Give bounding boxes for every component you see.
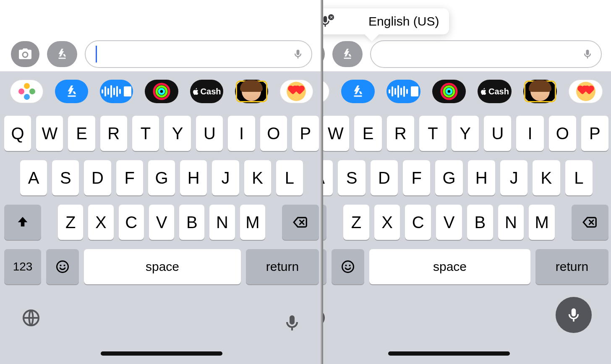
key-s[interactable]: S	[338, 160, 365, 195]
key-i[interactable]: I	[516, 116, 543, 151]
imessage-apps-button[interactable]	[332, 41, 363, 67]
key-n[interactable]: N	[498, 205, 524, 240]
key-f[interactable]: F	[116, 160, 143, 195]
backspace-key[interactable]	[572, 205, 608, 240]
app-apple-cash[interactable]: Cash	[190, 80, 223, 103]
message-input[interactable]	[370, 40, 602, 68]
imessage-app-strip[interactable]: Cash	[323, 71, 611, 112]
globe-keyboard-switch-icon[interactable]	[21, 308, 41, 328]
imessage-apps-button[interactable]	[47, 41, 77, 67]
app-activity[interactable]	[432, 80, 466, 103]
key-a[interactable]: A	[20, 160, 47, 195]
return-key[interactable]: return	[535, 249, 608, 284]
activity-rings-icon	[152, 82, 171, 101]
key-h[interactable]: H	[468, 160, 495, 195]
numeric-switch-key[interactable]: 123	[4, 249, 41, 284]
key-u[interactable]: U	[484, 116, 511, 151]
apple-logo-icon	[192, 88, 200, 95]
dictation-key[interactable]	[282, 313, 302, 333]
app-apple-cash[interactable]: Cash	[478, 80, 512, 103]
dictation-in-field-icon[interactable]	[292, 48, 304, 60]
key-z[interactable]: Z	[343, 205, 369, 240]
app-activity[interactable]	[145, 80, 178, 103]
key-w[interactable]: W	[323, 116, 349, 151]
key-y[interactable]: Y	[452, 116, 479, 151]
key-o[interactable]: O	[549, 116, 576, 151]
key-x[interactable]: X	[88, 205, 113, 240]
app-memoji[interactable]	[235, 80, 268, 103]
shift-key[interactable]	[323, 205, 326, 240]
app-photos[interactable]	[323, 80, 329, 103]
key-e[interactable]: E	[68, 116, 95, 151]
dictation-key-active[interactable]	[556, 297, 592, 333]
camera-button[interactable]	[323, 41, 325, 67]
key-y[interactable]: Y	[164, 116, 191, 151]
key-b[interactable]: B	[179, 205, 204, 240]
key-k[interactable]: K	[533, 160, 560, 195]
app-audio-message[interactable]	[386, 80, 420, 103]
globe-keyboard-switch-icon[interactable]	[323, 308, 326, 328]
key-s[interactable]: S	[52, 160, 79, 195]
backspace-key[interactable]	[282, 205, 319, 240]
key-c[interactable]: C	[405, 205, 431, 240]
key-b[interactable]: B	[467, 205, 493, 240]
key-q[interactable]: Q	[4, 116, 31, 151]
app-audio-message[interactable]	[100, 80, 133, 103]
key-v[interactable]: V	[436, 205, 462, 240]
key-t[interactable]: T	[132, 116, 159, 151]
key-o[interactable]: O	[260, 116, 287, 151]
key-c[interactable]: C	[119, 205, 144, 240]
key-e[interactable]: E	[354, 116, 381, 151]
dictation-language-label[interactable]: English (US)	[368, 14, 439, 29]
dictation-in-field-icon[interactable]	[582, 48, 593, 60]
key-d[interactable]: D	[84, 160, 111, 195]
home-indicator[interactable]	[388, 351, 510, 356]
key-f[interactable]: F	[403, 160, 430, 195]
svg-point-10	[446, 89, 452, 94]
emoji-key[interactable]	[46, 249, 79, 284]
message-input[interactable]	[85, 40, 312, 68]
key-g[interactable]: G	[435, 160, 462, 195]
key-z[interactable]: Z	[58, 205, 83, 240]
key-r[interactable]: R	[100, 116, 127, 151]
key-j[interactable]: J	[500, 160, 527, 195]
app-memoji[interactable]	[523, 80, 557, 103]
home-indicator[interactable]	[101, 351, 222, 356]
key-j[interactable]: J	[212, 160, 239, 195]
key-h[interactable]: H	[180, 160, 207, 195]
key-x[interactable]: X	[374, 205, 400, 240]
key-g[interactable]: G	[148, 160, 175, 195]
right-screenshot: ✕ English (US) Ca	[323, 0, 611, 364]
key-k[interactable]: K	[244, 160, 271, 195]
key-p[interactable]: P	[581, 116, 608, 151]
space-key[interactable]: space	[369, 249, 530, 284]
imessage-app-strip[interactable]: Cash	[0, 71, 323, 112]
key-t[interactable]: T	[419, 116, 446, 151]
key-i[interactable]: I	[228, 116, 255, 151]
key-p[interactable]: P	[292, 116, 319, 151]
app-stickers[interactable]	[280, 80, 313, 103]
camera-button[interactable]	[11, 41, 39, 67]
key-n[interactable]: N	[209, 205, 235, 240]
app-appstore[interactable]	[341, 80, 375, 103]
key-l[interactable]: L	[276, 160, 303, 195]
emoji-key[interactable]	[332, 249, 364, 284]
key-a[interactable]: A	[323, 160, 333, 195]
key-v[interactable]: V	[149, 205, 174, 240]
numeric-switch-key[interactable]: 123	[323, 249, 326, 284]
app-appstore[interactable]	[55, 80, 88, 103]
shift-key[interactable]	[4, 205, 41, 240]
key-u[interactable]: U	[196, 116, 223, 151]
key-m[interactable]: M	[240, 205, 265, 240]
key-w[interactable]: W	[36, 116, 63, 151]
app-photos[interactable]	[10, 80, 43, 103]
key-d[interactable]: D	[371, 160, 398, 195]
space-key[interactable]: space	[84, 249, 241, 284]
dictation-off-icon[interactable]: ✕	[323, 14, 338, 29]
dictation-language-popover[interactable]: ✕ English (US)	[323, 8, 449, 34]
key-r[interactable]: R	[387, 116, 414, 151]
app-stickers[interactable]	[569, 80, 603, 103]
key-l[interactable]: L	[565, 160, 593, 195]
key-m[interactable]: M	[529, 205, 555, 240]
return-key[interactable]: return	[246, 249, 319, 284]
